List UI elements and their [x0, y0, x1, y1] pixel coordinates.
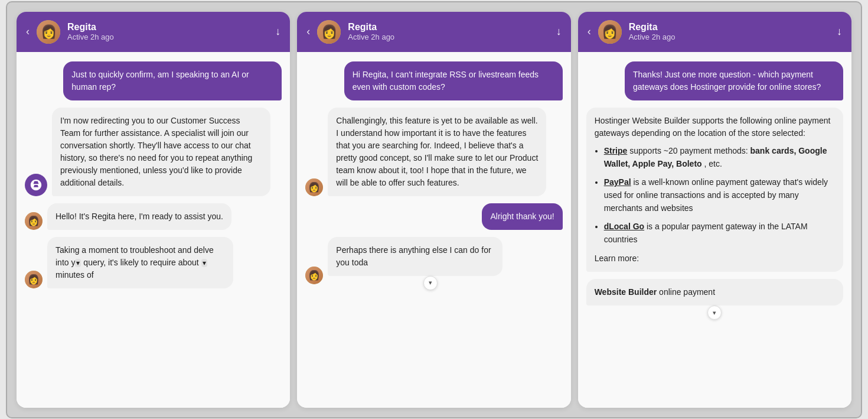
agent-row-1a: 👩 Hello! It's Regita here, I'm ready to …: [25, 203, 282, 230]
bot-icon-1: [25, 174, 47, 196]
user-bubble-2b: Alright thank you!: [482, 203, 562, 230]
back-button-3[interactable]: ‹: [588, 25, 591, 38]
header-info-3: Regita Active 2h ago: [629, 22, 830, 41]
agent-bubble-2a: Challengingly, this feature is yet to be…: [328, 108, 546, 196]
header-info-2: Regita Active 2h ago: [348, 22, 549, 41]
chat-header-2: ‹ Regita Active 2h ago ↓: [297, 12, 570, 52]
contact-name-2: Regita: [348, 22, 549, 33]
download-button-3[interactable]: ↓: [837, 25, 842, 38]
agent-avatar-small-1b: 👩: [25, 271, 43, 288]
chat-panel-3: ‹ Regita Active 2h ago ↓ Thanks! Just on…: [578, 12, 851, 408]
download-button-2[interactable]: ↓: [556, 25, 562, 38]
bot-bubble-1: I'm now redirecting you to our Customer …: [52, 108, 270, 196]
agent-row-2a: 👩 Challengingly, this feature is yet to …: [305, 108, 562, 196]
contact-status-1: Active 2h ago: [67, 33, 268, 41]
agent-bubble-1a: Hello! It's Regita here, I'm ready to as…: [47, 203, 231, 230]
avatar-2: [317, 20, 341, 44]
contact-name-1: Regita: [67, 22, 268, 33]
chat-body-2: Hi Regita, I can't integrate RSS or live…: [297, 52, 570, 408]
agent-avatar-small-2b: 👩: [305, 267, 323, 284]
header-info-1: Regita Active 2h ago: [67, 22, 268, 41]
agent-bubble-1b: Taking a moment to troubleshoot and delv…: [47, 237, 233, 288]
rich-intro: Hostinger Website Builder supports the f…: [595, 115, 835, 140]
back-button-2[interactable]: ‹: [306, 25, 310, 38]
payment-item-dlocal: dLocal Go is a popular payment gateway i…: [604, 220, 835, 246]
back-button-1[interactable]: ‹: [26, 25, 30, 38]
agent-bubble-3-link: Website Builder online payment: [586, 279, 843, 306]
chat-panel-2: ‹ Regita Active 2h ago ↓ Hi Regita, I ca…: [297, 12, 570, 408]
link-text: Website Builder: [595, 287, 657, 297]
payment-item-paypal: PayPal is a well-known online payment ga…: [604, 176, 835, 215]
main-container: ‹ Regita Active 2h ago ↓ Just to quickly…: [6, 1, 862, 418]
chat-header-1: ‹ Regita Active 2h ago ↓: [17, 12, 290, 52]
chat-body-3: Thanks! Just one more question - which p…: [578, 52, 851, 408]
rich-message-body: Hostinger Website Builder supports the f…: [595, 115, 835, 265]
agent-row-2b: 👩 Perhaps there is anything else I can d…: [305, 237, 562, 284]
chat-body-1: Just to quickly confirm, am I speaking t…: [17, 52, 290, 408]
learn-more-label: Learn more:: [595, 252, 835, 265]
agent-bubble-3-rich: Hostinger Website Builder supports the f…: [586, 108, 843, 272]
avatar-3: [598, 20, 622, 44]
contact-name-3: Regita: [629, 22, 830, 33]
download-button-1[interactable]: ↓: [275, 25, 280, 38]
chat-header-3: ‹ Regita Active 2h ago ↓: [578, 12, 851, 52]
agent-avatar-small-2a: 👩: [305, 178, 323, 196]
bot-row-1: I'm now redirecting you to our Customer …: [25, 108, 282, 196]
avatar-1: [37, 20, 60, 44]
payment-list: Stripe supports ~20 payment methods: ban…: [595, 145, 835, 246]
chat-panel-1: ‹ Regita Active 2h ago ↓ Just to quickly…: [17, 12, 290, 408]
payment-item-stripe: Stripe supports ~20 payment methods: ban…: [604, 145, 835, 170]
agent-avatar-small-1a: 👩: [25, 212, 43, 230]
agent-bubble-2b: Perhaps there is anything else I can do …: [328, 237, 502, 276]
contact-status-3: Active 2h ago: [629, 33, 830, 41]
user-bubble-2: Hi Regita, I can't integrate RSS or live…: [344, 61, 563, 100]
contact-status-2: Active 2h ago: [348, 33, 549, 41]
expand-chevron-2[interactable]: ▾: [423, 276, 438, 290]
expand-chevron-3[interactable]: ▾: [707, 306, 722, 320]
user-bubble-1: Just to quickly confirm, am I speaking t…: [63, 61, 282, 100]
user-bubble-3: Thanks! Just one more question - which p…: [625, 61, 843, 100]
agent-row-1b: 👩 Taking a moment to troubleshoot and de…: [25, 237, 282, 288]
